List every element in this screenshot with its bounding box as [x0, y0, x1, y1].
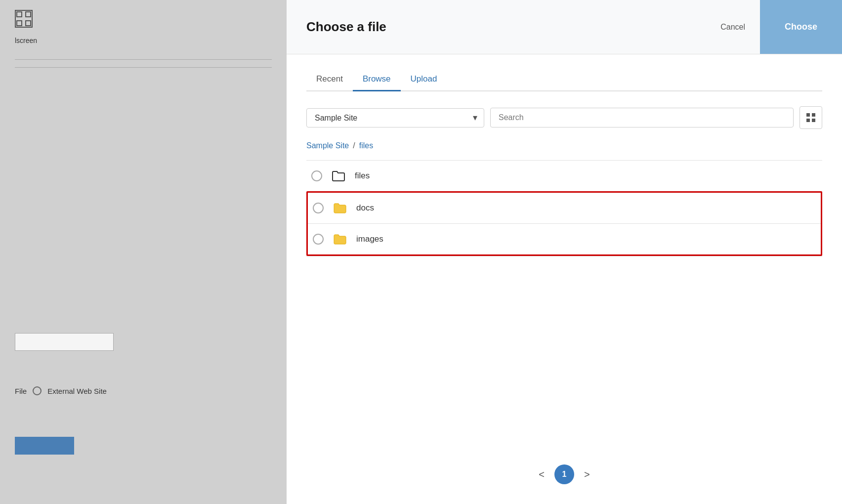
svg-rect-7 — [812, 119, 815, 122]
divider-2 — [15, 67, 272, 68]
grid-view-button[interactable] — [800, 106, 822, 129]
file-item-docs[interactable]: docs — [308, 193, 821, 223]
external-web-label: External Web Site — [47, 387, 107, 395]
breadcrumb-current[interactable]: files — [359, 141, 373, 150]
file-list: files docs — [306, 160, 822, 450]
dialog-header: Choose a file Cancel Choose — [287, 0, 842, 54]
search-input[interactable] — [490, 108, 794, 127]
tab-browse[interactable]: Browse — [353, 69, 401, 91]
breadcrumb-root[interactable]: Sample Site — [306, 141, 349, 150]
folder-docs-icon — [333, 202, 347, 214]
file-radio-docs[interactable] — [313, 203, 324, 213]
file-item-images[interactable]: images — [308, 224, 821, 254]
file-radio-images[interactable] — [313, 234, 324, 245]
svg-rect-0 — [17, 12, 22, 17]
svg-rect-2 — [26, 12, 31, 17]
bg-radio-file[interactable] — [33, 386, 42, 395]
svg-rect-1 — [26, 21, 31, 26]
tab-recent[interactable]: Recent — [306, 69, 353, 91]
svg-rect-3 — [17, 21, 22, 26]
screen-label: lscreen — [15, 37, 272, 44]
file-name-images: images — [356, 234, 383, 244]
selection-highlight-box: docs images — [306, 191, 822, 256]
prev-page-button[interactable]: < — [539, 469, 545, 480]
breadcrumb-separator: / — [353, 141, 355, 150]
choose-button[interactable]: Choose — [760, 0, 842, 54]
tab-upload[interactable]: Upload — [401, 69, 447, 91]
current-page-number[interactable]: 1 — [554, 464, 574, 484]
file-name-files: files — [355, 171, 370, 181]
next-page-button[interactable]: > — [584, 469, 590, 480]
file-radio-files[interactable] — [311, 170, 322, 181]
bg-input-field[interactable] — [15, 333, 114, 351]
search-row: Sample Site Other Site ▾ — [306, 106, 822, 129]
site-select-wrapper: Sample Site Other Site ▾ — [306, 108, 484, 127]
svg-rect-5 — [812, 113, 815, 117]
bg-action-button[interactable] — [15, 437, 74, 455]
breadcrumb: Sample Site / files — [306, 141, 822, 150]
divider-1 — [15, 59, 272, 60]
fullscreen-icon — [15, 10, 33, 28]
grid-icon — [806, 113, 816, 123]
dialog-title: Choose a file — [306, 19, 386, 35]
cancel-button[interactable]: Cancel — [706, 0, 760, 54]
dialog-header-actions: Cancel Choose — [706, 0, 842, 54]
file-name-docs: docs — [356, 203, 374, 213]
background-panel: lscreen File External Web Site — [0, 0, 287, 504]
file-label-section: File External Web Site — [15, 386, 107, 395]
file-separator-bottom — [306, 256, 822, 256]
choose-file-dialog: Choose a file Cancel Choose Recent Brows… — [287, 0, 842, 504]
site-select[interactable]: Sample Site Other Site — [306, 108, 484, 127]
folder-images-icon — [333, 233, 347, 246]
file-label: File — [15, 387, 27, 395]
svg-rect-6 — [806, 119, 810, 122]
svg-rect-4 — [806, 113, 810, 117]
pagination: < 1 > — [306, 450, 822, 489]
file-item-files[interactable]: files — [306, 161, 822, 191]
tabs: Recent Browse Upload — [306, 69, 822, 91]
dialog-body: Recent Browse Upload Sample Site Other S… — [287, 54, 842, 504]
search-input-wrapper — [490, 108, 794, 127]
folder-empty-icon — [331, 169, 346, 182]
